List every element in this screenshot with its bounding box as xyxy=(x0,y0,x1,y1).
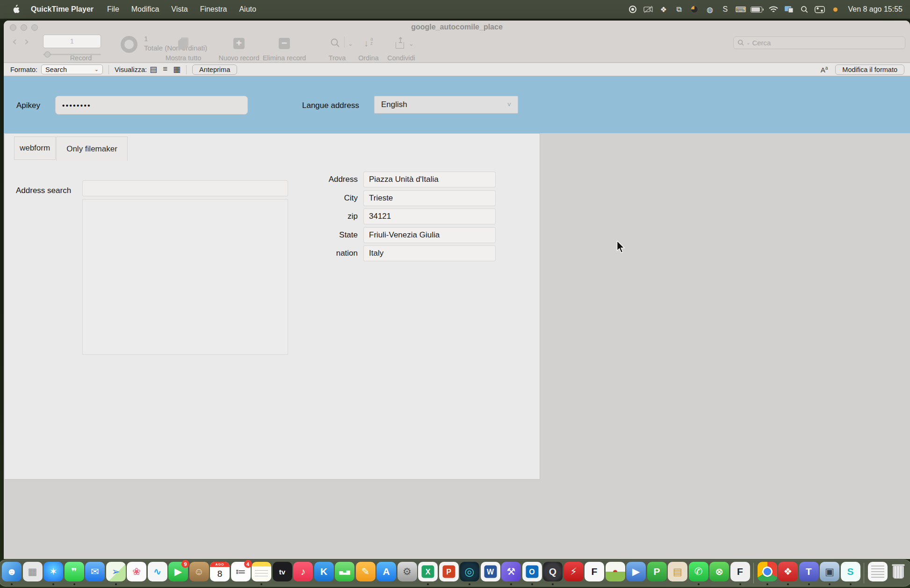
dock-item-claris-filemaker[interactable]: ◎ xyxy=(460,561,479,585)
dock-item-freeform[interactable]: ∿ xyxy=(148,561,167,585)
field-nation[interactable]: Italy xyxy=(363,245,496,261)
dock-item-word[interactable]: W xyxy=(481,561,500,585)
dock-item-x-green-app[interactable]: ⊗ xyxy=(709,561,729,585)
menu-item-vista[interactable]: Vista xyxy=(165,5,194,13)
layout-select[interactable]: Search ⌄ xyxy=(41,65,103,74)
dock-item-whatsapp[interactable]: ✆ xyxy=(689,561,708,585)
share-dropdown-chevron[interactable]: ⌄ xyxy=(409,40,414,47)
apple-menu-icon[interactable] xyxy=(7,5,23,14)
form-view-icon[interactable]: ▤ xyxy=(150,65,157,74)
address-results-portal[interactable] xyxy=(82,199,288,355)
menu-item-file[interactable]: File xyxy=(101,5,125,13)
dock-item-round-utility-app[interactable]: ◓ xyxy=(606,561,625,585)
dock-item-photos[interactable]: ❀ xyxy=(127,561,146,585)
menu-item-aiuto[interactable]: Aiuto xyxy=(233,5,262,13)
dock-item-quicktime-player[interactable]: Q xyxy=(543,561,563,585)
dock-item-finder[interactable]: ☻ xyxy=(2,561,22,585)
record-slider-knob[interactable] xyxy=(44,51,51,57)
menu-clock[interactable]: Ven 8 ago 15:55 xyxy=(848,5,903,14)
field-state[interactable]: Friuli-Venezia Giulia xyxy=(363,227,496,243)
dock-item-f-white-app[interactable]: F xyxy=(585,561,604,585)
tab-webform[interactable]: webform xyxy=(14,136,56,160)
dock-item-security-shield[interactable]: ⚡ xyxy=(564,561,584,585)
find-dropdown-chevron[interactable]: ⌄ xyxy=(348,40,353,47)
find-button[interactable]: Trova xyxy=(329,54,346,62)
powerpoint-icon: P xyxy=(439,562,459,581)
dock-item-chrome[interactable] xyxy=(758,561,777,585)
dock-item-pages[interactable]: ✎ xyxy=(356,561,376,585)
tab-only-filemaker[interactable]: Only filemaker xyxy=(56,136,128,161)
dropbox-icon[interactable]: ❖ xyxy=(658,4,669,15)
quick-search-field[interactable]: ⌄ Cerca xyxy=(733,36,905,49)
keyboard-icon[interactable]: ⌨ xyxy=(735,4,746,15)
privacy-status-icon[interactable]: ◍ xyxy=(704,4,715,15)
notification-dot-icon[interactable] xyxy=(830,4,841,15)
dock-item-developer-tool[interactable]: ⚒ xyxy=(501,561,521,585)
menu-item-modifica[interactable]: Modifica xyxy=(125,5,166,13)
dock-item-archive-cabinet-app[interactable]: ▤ xyxy=(668,561,687,585)
dock-item-safari[interactable]: ✶ xyxy=(43,561,63,585)
dock-item-launchpad[interactable]: ▦ xyxy=(23,561,43,585)
apikey-field[interactable]: •••••••• xyxy=(55,96,248,115)
spotlight-icon[interactable] xyxy=(799,4,810,15)
show-all-button[interactable]: Mostra tutto xyxy=(166,54,202,62)
dock-item-surfshark[interactable]: S xyxy=(841,561,860,585)
control-center-icon[interactable] xyxy=(814,4,825,15)
dock-item-music[interactable]: ♪ xyxy=(293,561,313,585)
camera-disabled-icon[interactable] xyxy=(643,4,654,15)
battery-icon[interactable] xyxy=(751,4,764,15)
sort-button[interactable]: Ordina xyxy=(358,54,379,62)
next-record-button[interactable]: › xyxy=(24,35,29,48)
screen-mirroring-icon[interactable] xyxy=(783,4,794,15)
dock-item-p-green-app[interactable]: P xyxy=(647,561,667,585)
new-record-button[interactable]: Nuovo record xyxy=(218,54,259,62)
address-search-input[interactable] xyxy=(82,180,288,196)
share-button[interactable]: Condividi xyxy=(387,54,415,62)
alert-badge-icon[interactable] xyxy=(689,4,700,15)
record-status-icon[interactable] xyxy=(627,4,638,15)
dock-item-teams[interactable]: T xyxy=(799,561,819,585)
preview-button[interactable]: Anteprima xyxy=(192,65,237,75)
dock-item-app-store[interactable]: A xyxy=(376,561,396,585)
mail-app-status-icon[interactable]: ⧉ xyxy=(673,4,685,15)
maps-running-dot xyxy=(115,583,117,585)
dock-item-apple-tv[interactable]: tv xyxy=(273,561,292,585)
field-city[interactable]: Trieste xyxy=(363,190,496,206)
safari-running-dot xyxy=(52,583,54,585)
dock-item-reminders[interactable]: ≔4 xyxy=(231,561,251,585)
dock-item-f-dark-app[interactable]: F xyxy=(730,561,750,585)
dock-item-anydesk[interactable]: ❖ xyxy=(778,561,798,585)
dock-item-virtual-machine-app[interactable]: ▣ xyxy=(820,561,839,585)
dock-item-player-app[interactable]: ▶ xyxy=(626,561,646,585)
dock-item-trash[interactable] xyxy=(888,561,908,585)
table-view-icon[interactable]: ▦ xyxy=(173,65,181,74)
dock-item-keynote[interactable]: K xyxy=(314,561,334,585)
field-zip[interactable]: 34121 xyxy=(363,208,496,224)
window-titlebar[interactable]: google_autocomile_place xyxy=(4,21,910,32)
dock-item-maps[interactable]: ➢ xyxy=(106,561,126,585)
edit-layout-button[interactable]: Modifica il formato xyxy=(835,65,904,75)
dock-item-notes[interactable] xyxy=(252,561,271,585)
menu-item-finestra[interactable]: Finestra xyxy=(194,5,233,13)
dock-item-messages[interactable]: ❞ xyxy=(65,561,84,585)
dock-item-system-settings[interactable]: ⚙ xyxy=(397,561,417,585)
dock-item-minimized-document[interactable] xyxy=(868,561,888,585)
s-utility-icon[interactable]: S xyxy=(720,4,731,15)
dock-item-excel[interactable]: X xyxy=(418,561,438,585)
menu-app-name[interactable]: QuickTime Player xyxy=(25,5,99,14)
dock-item-calendar[interactable]: AGO8 xyxy=(210,561,230,585)
list-view-icon[interactable]: ≡ xyxy=(163,65,167,74)
dock-item-contacts[interactable]: ☺ xyxy=(189,561,209,585)
language-select[interactable]: English ˅ xyxy=(374,96,518,114)
dock-item-numbers[interactable]: ▅▃▆ xyxy=(335,561,354,585)
current-record-field[interactable]: 1 xyxy=(43,35,101,48)
field-address[interactable]: Piazza Unità d'Italia xyxy=(363,172,496,187)
text-formatting-icon[interactable]: Aa xyxy=(821,65,828,74)
dock-item-outlook[interactable]: O xyxy=(522,561,542,585)
wifi-icon[interactable] xyxy=(768,4,779,15)
dock-item-mail[interactable]: ✉ xyxy=(85,561,105,585)
delete-record-button[interactable]: Elimina record xyxy=(263,54,306,62)
previous-record-button[interactable]: ‹ xyxy=(12,35,17,48)
dock-item-powerpoint[interactable]: P xyxy=(439,561,459,585)
dock-item-facetime[interactable]: ▶9 xyxy=(168,561,188,585)
